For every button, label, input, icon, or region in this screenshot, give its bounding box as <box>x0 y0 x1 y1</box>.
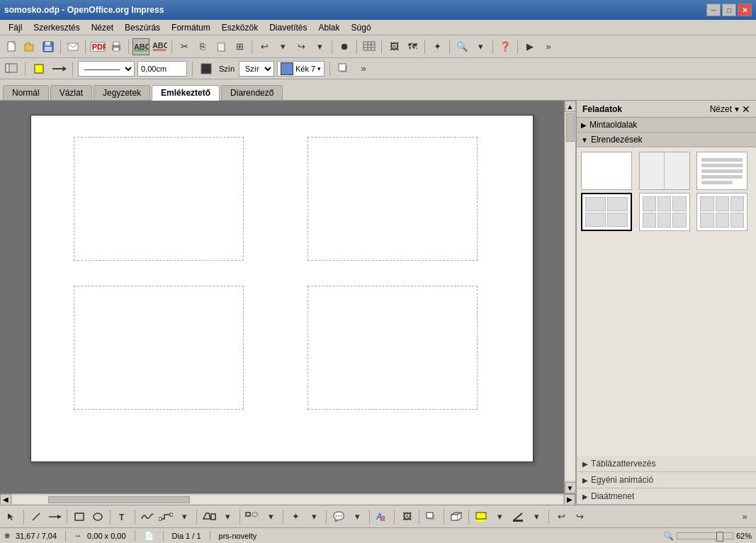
stars-tool[interactable]: ✦ <box>287 508 304 525</box>
layout-four-quad[interactable] <box>581 193 632 231</box>
menu-format[interactable]: Formátum <box>166 21 216 34</box>
print-button[interactable] <box>108 38 125 55</box>
zoom-slider-track[interactable] <box>677 532 733 539</box>
new-button[interactable] <box>3 38 20 55</box>
open-button[interactable] <box>21 38 38 55</box>
start-slideshow-button[interactable]: ▶ <box>521 38 538 55</box>
arrow-style-btn[interactable] <box>50 60 67 77</box>
scroll-left-button[interactable]: ◀ <box>0 494 11 505</box>
line-width-input[interactable] <box>137 61 187 77</box>
callout-dropdown[interactable]: ▾ <box>349 508 366 525</box>
table-insert-button[interactable] <box>361 38 378 55</box>
slide-canvas[interactable] <box>30 115 534 462</box>
maximize-button[interactable]: □ <box>722 4 736 16</box>
slide-placeholder-tl[interactable] <box>74 137 244 261</box>
rect-tool[interactable] <box>71 508 88 525</box>
help-button[interactable]: ❓ <box>497 38 514 55</box>
minimize-button[interactable]: ─ <box>706 4 721 16</box>
line-color-btn[interactable] <box>509 508 526 525</box>
layout-blank[interactable] <box>581 152 632 190</box>
tab-slide-sorter[interactable]: Diarendező <box>221 85 283 100</box>
line-color-dropdown[interactable]: ▾ <box>528 508 545 525</box>
spelling-button[interactable]: ABC <box>132 38 149 55</box>
tab-handout[interactable]: Emlékeztető <box>152 85 220 101</box>
scroll-up-button[interactable]: ▲ <box>565 101 576 112</box>
undo-dropdown[interactable]: ▾ <box>274 38 291 55</box>
clone-button[interactable]: ⊞ <box>231 38 248 55</box>
menu-help[interactable]: Súgó <box>346 21 377 34</box>
freehand-tool[interactable] <box>139 508 156 525</box>
panel-dropdown-arrow[interactable]: ▾ <box>735 104 739 114</box>
cut-button[interactable]: ✂ <box>176 38 193 55</box>
shadow-draw-btn[interactable] <box>423 508 440 525</box>
zoom-slider-thumb[interactable] <box>716 532 723 542</box>
ellipse-tool[interactable] <box>89 508 106 525</box>
layout-six-grid-1[interactable] <box>639 193 690 231</box>
callout-tool[interactable]: 💬 <box>330 508 347 525</box>
tab-notes[interactable]: Jegyzetek <box>94 85 150 100</box>
horizontal-scrollbar[interactable]: ◀ ▶ <box>0 493 575 505</box>
stars-dropdown[interactable]: ▾ <box>305 508 322 525</box>
color-selector[interactable]: Kék 7 ▾ <box>277 61 325 77</box>
draw-more-btn[interactable]: » <box>736 508 753 525</box>
layout-six-grid-2[interactable] <box>696 193 747 231</box>
menu-window[interactable]: Ablak <box>313 21 346 34</box>
tab-normal[interactable]: Normál <box>3 85 49 100</box>
line-tool[interactable] <box>28 508 45 525</box>
layout-two-col[interactable] <box>639 152 690 190</box>
shadow-toggle[interactable] <box>335 60 352 77</box>
redo-draw-btn[interactable]: ↪ <box>571 508 588 525</box>
insert-image-tool[interactable]: 🖼 <box>398 508 415 525</box>
panel-view-label[interactable]: Nézet <box>710 104 732 114</box>
slide-placeholder-tr[interactable] <box>308 137 478 261</box>
scroll-thumb[interactable] <box>566 113 575 142</box>
menu-tools[interactable]: Eszközök <box>216 21 264 34</box>
save-button[interactable] <box>40 38 57 55</box>
gallery-button[interactable]: 🖼 <box>385 38 402 55</box>
slide-view[interactable] <box>0 101 564 493</box>
redo-main-button[interactable]: ↪ <box>293 38 310 55</box>
export-pdf-button[interactable]: PDF <box>89 38 106 55</box>
arrow-tool[interactable] <box>46 508 63 525</box>
section-header-templates[interactable]: ▶ Mintaoldalak <box>577 118 756 133</box>
connector-dropdown[interactable]: ▾ <box>176 508 193 525</box>
scroll-down-button[interactable]: ▼ <box>565 482 576 493</box>
color-dropdown-arrow[interactable]: ▾ <box>317 65 321 72</box>
record-button[interactable]: ⏺ <box>336 38 353 55</box>
menu-edit[interactable]: Szerkesztés <box>28 21 85 34</box>
shapes-dropdown[interactable]: ▾ <box>219 508 236 525</box>
flowchart-dropdown[interactable]: ▾ <box>262 508 279 525</box>
section-transition[interactable]: ▶ Diaátmenet <box>577 488 756 505</box>
toolbar2-more[interactable]: » <box>355 60 372 77</box>
hscroll-thumb[interactable] <box>48 496 190 503</box>
3d-btn[interactable] <box>448 508 465 525</box>
section-header-layouts[interactable]: ▼ Elrendezések <box>577 133 756 147</box>
tab-outline[interactable]: Vázlat <box>50 85 92 100</box>
vertical-scrollbar[interactable]: ▲ ▼ <box>564 101 575 493</box>
zoom-out-icon[interactable]: 🔍 <box>663 531 674 541</box>
zoom-dropdown[interactable]: ▾ <box>472 38 489 55</box>
zoom-button[interactable]: 🔍 <box>453 38 470 55</box>
slide-panel-toggle[interactable] <box>3 60 20 77</box>
fontwork-tool[interactable]: Aa <box>373 508 390 525</box>
flowchart-tool[interactable] <box>244 508 261 525</box>
slide-placeholder-bl[interactable] <box>74 286 244 410</box>
scroll-track[interactable] <box>565 113 575 481</box>
shapes-tool[interactable] <box>201 508 218 525</box>
close-button[interactable]: ✕ <box>738 4 752 16</box>
scroll-right-button[interactable]: ▶ <box>564 494 575 505</box>
fill-color-dropdown[interactable]: ▾ <box>491 508 508 525</box>
star-button[interactable]: ✦ <box>429 38 446 55</box>
slide-placeholder-br[interactable] <box>308 286 478 410</box>
menu-file[interactable]: Fájl <box>3 21 28 34</box>
fill-btn[interactable] <box>30 60 47 77</box>
hscroll-track[interactable] <box>13 496 563 504</box>
paste-button[interactable]: 📋 <box>213 38 230 55</box>
text-tool[interactable]: T <box>114 508 131 525</box>
select-tool[interactable] <box>3 508 20 525</box>
menu-slideshow[interactable]: Diavetítés <box>264 21 312 34</box>
more-button[interactable]: » <box>540 38 557 55</box>
menu-insert[interactable]: Beszúrás <box>119 21 166 34</box>
fill-color-btn[interactable] <box>473 508 490 525</box>
redo-dropdown[interactable]: ▾ <box>311 38 328 55</box>
